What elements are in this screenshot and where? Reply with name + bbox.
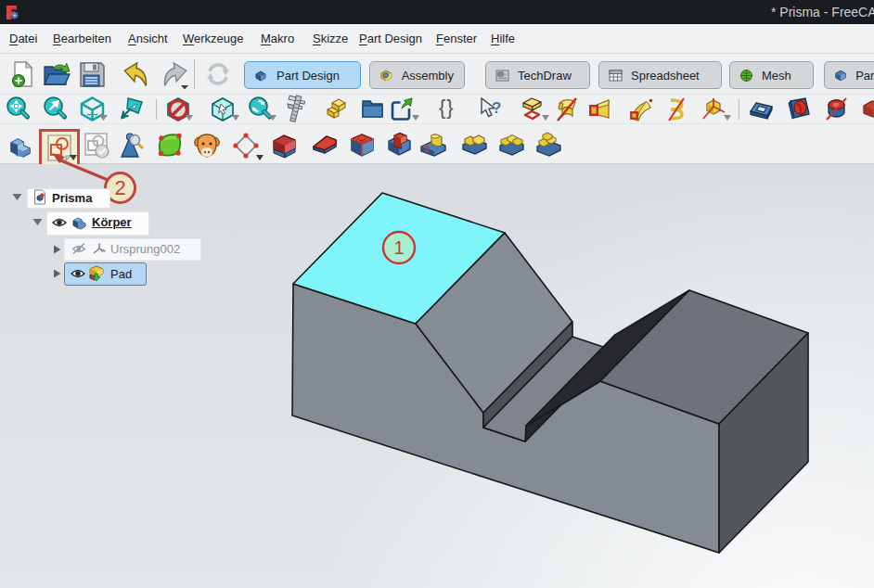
- svg-text:2: 2: [114, 176, 125, 199]
- svg-text:1: 1: [393, 237, 404, 258]
